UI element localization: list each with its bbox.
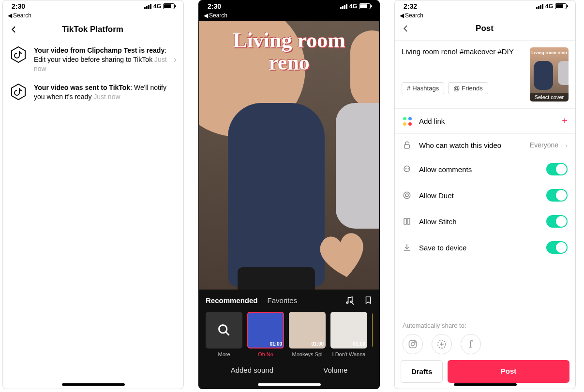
svg-point-17 [411, 343, 415, 346]
row-label: Who can watch this video [419, 141, 523, 149]
signal-icon [536, 4, 543, 9]
volume-button[interactable]: Volume [323, 366, 347, 374]
toggle-switch[interactable] [546, 215, 568, 228]
person-figure [228, 103, 325, 287]
post-top-area: Living room reno! #makeover #DIY #Hashta… [395, 41, 575, 108]
duet-icon [403, 191, 412, 200]
facebook-f: f [469, 338, 472, 350]
share-stories-icon[interactable] [432, 334, 452, 354]
notification-item[interactable]: Your video from Clipchamp Test is ready:… [3, 41, 183, 78]
sound-label: Monkeys Spi [289, 351, 326, 357]
sound-more-thumb[interactable] [206, 312, 242, 348]
row-label: Add link [419, 117, 555, 125]
toggle-switch[interactable] [546, 163, 568, 175]
added-sound-button[interactable]: Added sound [231, 366, 273, 374]
allow-duet-row[interactable]: Allow Duet [395, 182, 575, 208]
notification-text: Your video from Clipchamp Test is ready:… [34, 46, 167, 73]
video-preview[interactable]: Living room reno [199, 21, 379, 290]
notification-text: Your video was sent to TikTok: We'll not… [34, 83, 177, 102]
comment-icon [403, 165, 412, 174]
friends-chip[interactable]: @Friends [448, 82, 488, 94]
signal-icon [144, 4, 151, 9]
sound-thumb[interactable]: 01:00 [372, 312, 373, 348]
tiktok-hex-icon [10, 46, 27, 63]
tab-recommended[interactable]: Recommended [206, 296, 258, 305]
chip-row: #Hashtags @Friends [402, 82, 524, 94]
network-label: 4G [349, 3, 357, 10]
back-triangle-icon: ◀ [8, 12, 12, 19]
sound-thumb[interactable]: 01:00 [247, 312, 284, 348]
post-button[interactable]: Post [448, 360, 569, 383]
sound-label: Wear [372, 351, 373, 357]
select-cover-label: Select cover [530, 93, 569, 102]
tab-favorites[interactable]: Favorites [268, 296, 298, 305]
sound-item[interactable]: More [206, 312, 242, 357]
sound-duration: 01:00 [270, 341, 282, 347]
svg-point-13 [405, 194, 408, 197]
hashtags-chip[interactable]: #Hashtags [402, 82, 444, 94]
privacy-row[interactable]: Who can watch this video Everyone › [395, 134, 575, 156]
toggle-switch[interactable] [546, 241, 568, 254]
toggle-switch[interactable] [546, 189, 568, 202]
svg-rect-14 [404, 218, 406, 224]
page-title: Post [401, 24, 569, 33]
status-right: 4G [340, 3, 371, 10]
notification-item[interactable]: Your video was sent to TikTok: We'll not… [3, 78, 183, 106]
svg-line-6 [226, 332, 229, 335]
battery-icon [555, 3, 567, 9]
person-figure [336, 103, 379, 229]
battery-icon [359, 3, 371, 9]
sound-label: Oh No [247, 351, 284, 357]
row-value: Everyone [530, 141, 558, 149]
sound-item[interactable]: 01:00Oh No [247, 312, 284, 357]
lock-icon [403, 141, 412, 149]
sound-thumb[interactable]: 01:00 [289, 312, 326, 348]
screen-sound-picker: 2:30 4G ◀ Search Living room reno Recomm… [198, 0, 380, 389]
back-to-search[interactable]: ◀ Search [395, 12, 575, 21]
drafts-button[interactable]: Drafts [401, 360, 443, 383]
svg-rect-7 [404, 145, 410, 148]
screen-post: 2:32 4G ◀ Search Post Living room reno! … [394, 0, 576, 389]
sound-item[interactable]: 01:00I Don't Wanna [330, 312, 367, 357]
sound-label: More [206, 351, 242, 357]
chip-label: Friends [462, 85, 482, 92]
network-label: 4G [153, 3, 161, 10]
svg-point-11 [408, 169, 409, 169]
svg-point-9 [405, 169, 406, 169]
home-indicator [258, 383, 321, 386]
row-label: Save to device [419, 244, 539, 252]
sound-list[interactable]: More01:00Oh No01:00Monkeys Spi01:00I Don… [206, 312, 373, 357]
save-device-row[interactable]: Save to device [395, 234, 575, 261]
plus-icon: + [562, 116, 568, 127]
status-right: 4G [536, 3, 567, 10]
allow-stitch-row[interactable]: Allow Stitch [395, 208, 575, 234]
overlay-line2: reno [199, 52, 379, 74]
share-facebook-icon[interactable]: f [461, 334, 481, 354]
back-triangle-icon: ◀ [400, 12, 404, 19]
allow-comments-row[interactable]: Allow comments [395, 156, 575, 182]
cover-selector[interactable]: Living room reno Select cover [530, 47, 569, 102]
video-overlay-title: Living room reno [199, 29, 379, 74]
row-label: Allow Duet [419, 191, 539, 200]
signal-icon [340, 4, 347, 9]
status-bar: 2:30 4G [3, 0, 183, 12]
caption-input[interactable]: Living room reno! #makeover #DIY [402, 47, 524, 76]
overlay-line1: Living room [199, 29, 379, 52]
sound-thumb[interactable]: 01:00 [330, 312, 367, 348]
svg-marker-0 [12, 47, 25, 62]
add-link-row[interactable]: Add link + [395, 109, 575, 133]
bookmark-icon[interactable] [364, 295, 373, 305]
sound-item[interactable]: 01:00Wear [372, 312, 373, 357]
status-time: 2:32 [404, 2, 417, 10]
back-search-label: Search [13, 12, 31, 19]
svg-point-2 [346, 302, 348, 303]
back-to-search[interactable]: ◀ Search [3, 12, 183, 21]
notification-time: Just now [93, 93, 120, 101]
share-instagram-icon[interactable] [403, 334, 423, 354]
music-search-icon[interactable] [344, 295, 354, 305]
back-to-search[interactable]: ◀ Search [199, 12, 379, 21]
row-label: Allow Stitch [419, 218, 539, 226]
sound-item[interactable]: 01:00Monkeys Spi [289, 312, 326, 357]
tiktok-hex-icon [10, 83, 27, 101]
page-header: Post [395, 21, 575, 41]
